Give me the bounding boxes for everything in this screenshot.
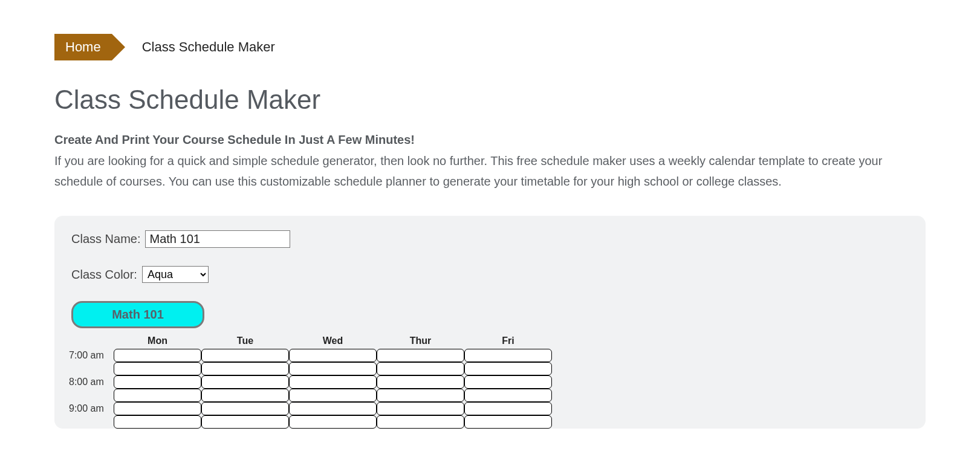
schedule-cell[interactable] (377, 389, 464, 402)
class-color-label: Class Color: (71, 268, 137, 282)
time-label: 8:00 am (69, 377, 114, 387)
schedule-cell[interactable] (289, 402, 377, 415)
schedule-cell[interactable] (289, 389, 377, 402)
schedule-cell[interactable] (464, 415, 552, 429)
schedule-cell[interactable] (377, 375, 464, 389)
page-title: Class Schedule Maker (54, 85, 926, 115)
schedule-cell[interactable] (114, 362, 201, 375)
schedule-cell[interactable] (114, 415, 201, 429)
schedule-cell[interactable] (201, 402, 289, 415)
day-header: Thur (377, 335, 464, 349)
schedule-cell[interactable] (464, 389, 552, 402)
page-description: If you are looking for a quick and simpl… (54, 151, 889, 192)
breadcrumb-current: Class Schedule Maker (142, 39, 275, 55)
schedule-grid: Mon Tue Wed Thur Fri 7:00 am 8:00 am 9:0… (71, 335, 909, 429)
time-label: 9:00 am (69, 403, 114, 414)
day-header: Wed (289, 335, 377, 349)
class-name-row: Class Name: (71, 230, 909, 248)
class-color-select[interactable]: Aqua (142, 266, 209, 283)
page-subhead: Create And Print Your Course Schedule In… (54, 133, 926, 147)
schedule-cell[interactable] (114, 389, 201, 402)
schedule-cell[interactable] (289, 362, 377, 375)
day-header: Tue (201, 335, 289, 349)
schedule-cell[interactable] (201, 389, 289, 402)
breadcrumb-home[interactable]: Home (54, 34, 112, 60)
schedule-cell[interactable] (464, 402, 552, 415)
class-color-row: Class Color: Aqua (71, 266, 909, 283)
schedule-cell[interactable] (201, 415, 289, 429)
schedule-cell[interactable] (377, 349, 464, 362)
class-chip[interactable]: Math 101 (71, 301, 204, 328)
day-header: Mon (114, 335, 201, 349)
day-headers: Mon Tue Wed Thur Fri (114, 335, 909, 349)
schedule-cell[interactable] (377, 402, 464, 415)
breadcrumb: Home Class Schedule Maker (54, 34, 926, 60)
schedule-cell[interactable] (464, 349, 552, 362)
schedule-cell[interactable] (377, 362, 464, 375)
schedule-cell[interactable] (289, 375, 377, 389)
schedule-cell[interactable] (201, 349, 289, 362)
schedule-cell[interactable] (114, 375, 201, 389)
schedule-cell[interactable] (377, 415, 464, 429)
time-label: 7:00 am (69, 350, 114, 361)
schedule-cell[interactable] (289, 349, 377, 362)
day-header: Fri (464, 335, 552, 349)
schedule-cell[interactable] (201, 362, 289, 375)
schedule-cell[interactable] (464, 375, 552, 389)
schedule-panel: Class Name: Class Color: Aqua Math 101 M… (54, 216, 926, 429)
schedule-cell[interactable] (289, 415, 377, 429)
schedule-cell[interactable] (114, 349, 201, 362)
schedule-cell[interactable] (114, 402, 201, 415)
schedule-cell[interactable] (201, 375, 289, 389)
class-name-input[interactable] (145, 230, 290, 248)
grid-body: 7:00 am 8:00 am 9:00 am (71, 349, 909, 429)
schedule-cell[interactable] (464, 362, 552, 375)
class-name-label: Class Name: (71, 232, 140, 246)
